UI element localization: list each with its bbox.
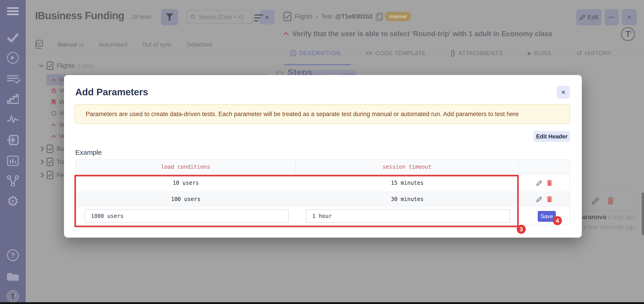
edit-header-button[interactable]: Edit Header (534, 131, 570, 142)
table-row: 100 users 30 minutes (76, 191, 570, 207)
breadcrumb-separator: › (316, 13, 318, 20)
close-icon: × (561, 88, 566, 96)
priority-high-icon (51, 124, 56, 126)
author-avatar[interactable]: T (621, 27, 635, 41)
priority-critical-icon (51, 88, 56, 93)
tab-description[interactable]: i DESCRIPTION (290, 49, 340, 57)
table-row: 10 users 15 minutes (76, 174, 570, 191)
manual-badge: manual (385, 12, 411, 21)
pulse-activity-icon[interactable] (0, 114, 26, 124)
test-title: Verify that the user is able to select '… (283, 30, 600, 38)
cell-session-timeout: 30 minutes (296, 196, 519, 202)
edit-row-button[interactable] (536, 196, 542, 202)
tree-folder-flights[interactable]: Flights 6 tests (39, 61, 93, 70)
branch-icon[interactable] (0, 174, 26, 187)
runs-play-icon[interactable] (0, 51, 26, 64)
copy-icon[interactable] (376, 13, 382, 20)
breadcrumb-test-label: Test (321, 13, 332, 20)
test-plans-icon[interactable] (0, 72, 26, 84)
steps-stairs-icon[interactable] (0, 93, 26, 105)
tab-automated[interactable]: Automated (99, 41, 127, 48)
chevron-right-icon (41, 159, 44, 165)
import-icon[interactable] (0, 134, 26, 146)
delete-row-button[interactable] (547, 180, 552, 186)
test-doc-icon (283, 12, 292, 21)
breadcrumb: Flights › Test @T1e9301b2 manual (283, 12, 411, 21)
search-input[interactable] (198, 14, 248, 20)
detail-tabs: i DESCRIPTION <> CODE TEMPLATE ATTACHMEN… (290, 49, 612, 57)
project-title: IBusiness Funding (35, 9, 124, 22)
app-screen: ⚙ ? T IBusiness Funding 18 tests × Fligh… (0, 0, 644, 304)
breadcrumb-section[interactable]: Flights (295, 13, 313, 20)
modal-close-button[interactable]: × (557, 86, 570, 98)
priority-high-icon (51, 135, 56, 138)
priority-high-icon (283, 32, 289, 35)
play-icon: ▶ (528, 50, 532, 56)
file-icon (46, 145, 53, 153)
scrollbar-thumb[interactable] (642, 192, 644, 235)
example-label: Example (75, 149, 102, 156)
tests-check-icon[interactable] (0, 32, 26, 43)
edit-row-button[interactable] (536, 180, 542, 186)
tab-detached[interactable]: Detached (187, 41, 212, 48)
pencil-icon (580, 14, 586, 20)
session-timeout-input[interactable] (306, 209, 510, 223)
table-header-row: load conditions session timeout (76, 160, 570, 174)
delete-row-button[interactable] (547, 196, 552, 202)
active-tab-underline (284, 64, 351, 65)
add-parameters-modal: Add Parameters × Parameters are used to … (64, 75, 582, 238)
chevron-right-icon (41, 172, 44, 178)
close-test-button[interactable]: × (622, 9, 637, 25)
search-box[interactable] (187, 10, 252, 24)
parameters-table: load conditions session timeout 10 users… (75, 159, 570, 225)
chevron-down-icon (39, 64, 44, 67)
more-actions-button[interactable]: ••• (605, 9, 619, 25)
cell-load-conditions: 10 users (76, 180, 296, 186)
trash-icon (547, 180, 552, 186)
tree-folder-bu[interactable]: Bu (41, 145, 64, 153)
tab-out-of-sync[interactable]: Out of sync (142, 41, 172, 48)
file-icon (46, 158, 53, 166)
tab-runs[interactable]: ▶ RUNS (528, 49, 552, 57)
code-icon: <> (366, 50, 372, 57)
settings-gear-icon[interactable]: ⚙ (0, 194, 26, 208)
bookmark-icon (51, 99, 56, 105)
load-conditions-input[interactable] (84, 209, 289, 223)
edit-test-button[interactable]: Edit (576, 9, 602, 25)
cell-session-timeout: 15 minutes (296, 180, 519, 186)
pencil-icon (536, 180, 542, 186)
filter-button[interactable] (161, 9, 178, 25)
analytics-chart-icon[interactable] (0, 154, 26, 167)
priority-high-icon (51, 79, 56, 81)
trash-icon[interactable] (607, 197, 614, 205)
new-parameter-row: Save (76, 207, 570, 225)
tab-manual[interactable]: Manual18 (58, 41, 84, 48)
hamburger-menu-icon[interactable] (0, 5, 26, 17)
projects-folder-icon[interactable] (0, 270, 26, 282)
testomat-logo-icon[interactable]: T (0, 290, 26, 303)
tab-attachments[interactable]: ATTACHMENTS (451, 49, 503, 57)
pencil-icon[interactable] (592, 197, 600, 205)
tree-folder-fe[interactable]: Fe (41, 171, 64, 179)
info-icon: i (290, 50, 296, 56)
info-banner: Parameters are used to create data-drive… (74, 104, 570, 124)
paperclip-icon (451, 49, 456, 57)
screen-bottom-edge (0, 302, 644, 304)
search-icon (191, 13, 196, 20)
modal-title: Add Parameters (75, 87, 148, 98)
annotation-badge-3: 3 (517, 225, 526, 234)
column-header: session timeout (296, 160, 519, 174)
header-actions: Edit ••• × (576, 9, 637, 25)
checklist-icon[interactable] (34, 40, 43, 49)
cell-load-conditions: 100 users (76, 196, 296, 202)
trash-icon (547, 196, 552, 202)
filter-tabs: Manual18 Automated Out of sync Detached (34, 40, 212, 49)
tab-code-template[interactable]: <> CODE TEMPLATE (366, 49, 426, 57)
file-icon (46, 171, 53, 179)
filter-lines-icon[interactable] (254, 13, 263, 23)
tree-folder-tra[interactable]: Tra (41, 158, 66, 166)
priority-normal-icon (51, 111, 56, 116)
history-icon: ↺ (576, 49, 582, 57)
help-icon[interactable]: ? (0, 249, 26, 262)
tab-history[interactable]: ↺ HISTORY (576, 49, 612, 57)
